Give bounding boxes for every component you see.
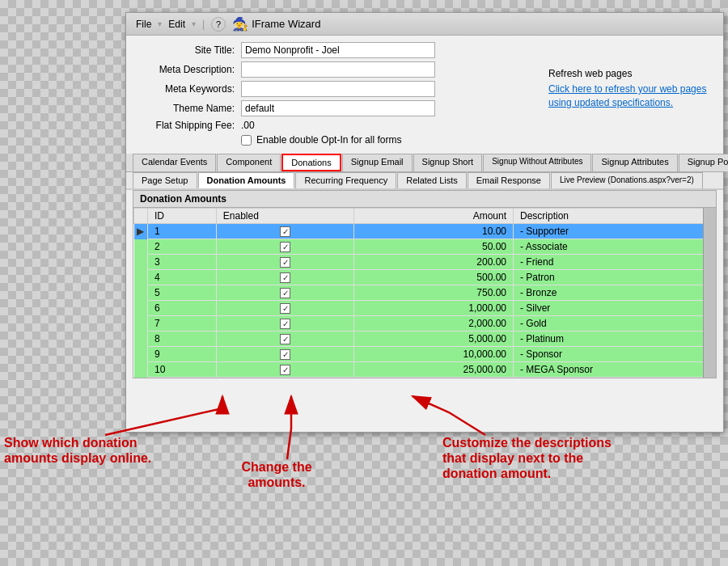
cell-enabled[interactable]: ✓ — [216, 301, 354, 316]
tab-signup-post[interactable]: Signup Post — [679, 154, 728, 171]
edit-menu[interactable]: Edit — [165, 17, 188, 32]
cell-enabled[interactable]: ✓ — [216, 270, 354, 285]
cell-description: - Silver — [514, 301, 716, 316]
cell-enabled[interactable]: ✓ — [216, 316, 354, 332]
cell-enabled[interactable]: ✓ — [216, 239, 354, 255]
theme-name-input[interactable] — [241, 100, 435, 116]
refresh-link[interactable]: Click here to refresh your web pages usi… — [548, 82, 710, 110]
scrollbar[interactable] — [703, 208, 716, 378]
cell-amount: 750.00 — [354, 285, 514, 301]
cell-id: 1 — [148, 224, 217, 239]
subtab-page-setup[interactable]: Page Setup — [133, 172, 197, 188]
tab-signup-short[interactable]: Signup Short — [413, 154, 483, 171]
enabled-checkbox[interactable]: ✓ — [280, 365, 290, 375]
table-row[interactable]: ▶1✓10.00- Supporter — [134, 224, 716, 239]
table-section-header: Donation Amounts — [133, 191, 716, 208]
annotation-3: Customize the descriptionsthat display n… — [442, 435, 717, 482]
refresh-label: Refresh web pages — [548, 68, 710, 79]
enabled-checkbox[interactable]: ✓ — [280, 257, 290, 268]
col-amount-header: Amount — [354, 209, 514, 224]
tab-donations[interactable]: Donations — [281, 154, 341, 171]
cell-description: - Platinum — [514, 332, 716, 347]
table-row[interactable]: 2✓50.00- Associate — [134, 239, 716, 255]
row-arrow-indicator — [134, 316, 148, 332]
optin-checkbox[interactable] — [241, 135, 252, 146]
tab-component[interactable]: Component — [217, 154, 281, 171]
row-arrow-indicator — [134, 255, 148, 270]
table-row[interactable]: 7✓2,000.00- Gold — [134, 316, 716, 332]
cell-id: 5 — [148, 285, 217, 301]
flat-shipping-row: Flat Shipping Fee: .00 — [136, 120, 713, 131]
enabled-checkbox[interactable]: ✓ — [280, 226, 290, 237]
cell-id: 3 — [148, 255, 217, 270]
enabled-checkbox[interactable]: ✓ — [280, 288, 290, 298]
annotation-2-text: Change theamounts. — [212, 459, 341, 490]
cell-enabled[interactable]: ✓ — [216, 347, 354, 362]
meta-keywords-input[interactable] — [241, 81, 435, 97]
tab-signup-attributes[interactable]: Signup Attributes — [592, 154, 677, 171]
refresh-section: Refresh web pages Click here to refresh … — [548, 68, 710, 110]
subtab-email-response[interactable]: Email Response — [468, 172, 550, 188]
tab-signup-email[interactable]: Signup Email — [342, 154, 413, 171]
annotation-3-text: Customize the descriptionsthat display n… — [442, 435, 717, 482]
table-header-row: ID Enabled Amount Description — [134, 209, 716, 224]
file-menu[interactable]: File — [133, 17, 154, 32]
row-arrow-indicator — [134, 270, 148, 285]
flat-shipping-value: .00 — [241, 120, 255, 131]
table-row[interactable]: 5✓750.00- Bronze — [134, 285, 716, 301]
row-arrow-indicator — [134, 347, 148, 362]
cell-amount: 200.00 — [354, 255, 514, 270]
optin-label: Enable double Opt-In for all forms — [256, 134, 401, 146]
cell-description: - Gold — [514, 316, 716, 332]
tab-signup-without-attributes[interactable]: Signup Without Attributes — [483, 154, 591, 171]
help-icon[interactable]: ? — [211, 17, 226, 32]
subtab-donation-amounts[interactable]: Donation Amounts — [198, 172, 295, 188]
cell-enabled[interactable]: ✓ — [216, 362, 354, 378]
table-row[interactable]: 6✓1,000.00- Silver — [134, 301, 716, 316]
cell-id: 7 — [148, 316, 217, 332]
site-title-input[interactable] — [241, 42, 435, 58]
cell-enabled[interactable]: ✓ — [216, 285, 354, 301]
cell-enabled[interactable]: ✓ — [216, 332, 354, 347]
cell-id: 2 — [148, 239, 217, 255]
cell-amount: 10.00 — [354, 224, 514, 239]
cell-enabled[interactable]: ✓ — [216, 224, 354, 239]
cell-description: - Associate — [514, 239, 716, 255]
cell-description: - Friend — [514, 255, 716, 270]
tab-calendar-events[interactable]: Calendar Events — [133, 154, 216, 171]
site-title-row: Site Title: — [136, 42, 713, 58]
enabled-checkbox[interactable]: ✓ — [280, 303, 290, 314]
meta-desc-input[interactable] — [241, 61, 435, 78]
table-row[interactable]: 10✓25,000.00- MEGA Sponsor — [134, 362, 716, 378]
row-arrow-indicator — [134, 301, 148, 316]
table-row[interactable]: 3✓200.00- Friend — [134, 255, 716, 270]
enabled-checkbox[interactable]: ✓ — [280, 272, 290, 283]
window-title: IFrame Wizard — [252, 18, 320, 30]
cell-id: 4 — [148, 270, 217, 285]
enabled-checkbox[interactable]: ✓ — [280, 349, 290, 360]
cell-amount: 50.00 — [354, 239, 514, 255]
enabled-checkbox[interactable]: ✓ — [280, 319, 290, 329]
enabled-checkbox[interactable]: ✓ — [280, 334, 290, 344]
row-arrow-indicator — [134, 239, 148, 255]
donation-table: ID Enabled Amount Description ▶1✓10.00- … — [133, 208, 716, 378]
flat-shipping-label: Flat Shipping Fee: — [136, 120, 241, 131]
cell-enabled[interactable]: ✓ — [216, 255, 354, 270]
form-area: Refresh web pages Click here to refresh … — [126, 36, 723, 152]
row-arrow-indicator: ▶ — [134, 224, 148, 239]
subtab-recurring-frequency[interactable]: Recurring Frequency — [295, 172, 396, 188]
col-id-header: ID — [148, 209, 217, 224]
subtab-live-preview[interactable]: Live Preview (Donations.aspx?ver=2) — [551, 172, 703, 188]
subtab-related-lists[interactable]: Related Lists — [397, 172, 467, 188]
table-row[interactable]: 4✓500.00- Patron — [134, 270, 716, 285]
cell-amount: 5,000.00 — [354, 332, 514, 347]
cell-amount: 25,000.00 — [354, 362, 514, 378]
tab-row-2: Page Setup Donation Amounts Recurring Fr… — [126, 172, 723, 190]
table-row[interactable]: 9✓10,000.00- Sponsor — [134, 347, 716, 362]
cell-id: 10 — [148, 362, 217, 378]
cell-description: - MEGA Sponsor — [514, 362, 716, 378]
enabled-checkbox[interactable]: ✓ — [280, 242, 290, 252]
table-row[interactable]: 8✓5,000.00- Platinum — [134, 332, 716, 347]
site-title-label: Site Title: — [136, 44, 241, 56]
cell-id: 6 — [148, 301, 217, 316]
